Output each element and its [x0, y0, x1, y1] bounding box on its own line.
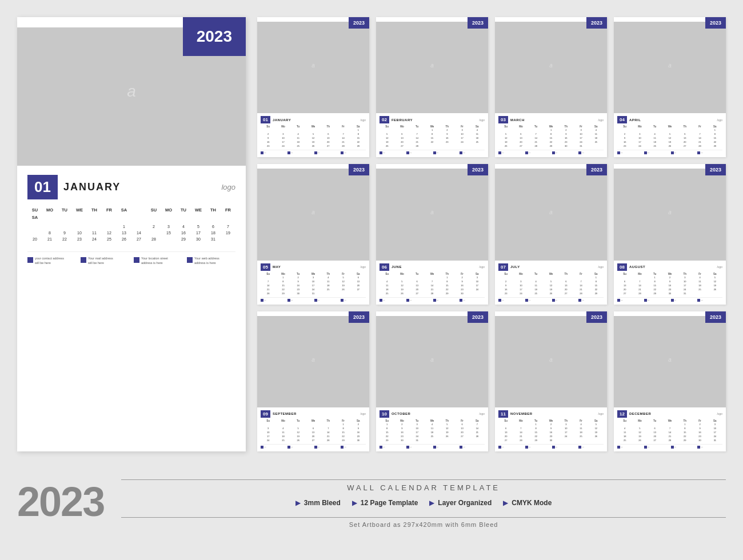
small-day-cell: 12 — [544, 283, 558, 287]
small-card-01: a202301JANUARYlogoSuMoTuWeThFrSa12345678… — [257, 17, 369, 157]
small-day-cell: 6 — [513, 132, 528, 136]
small-day-cell: 10 — [677, 279, 692, 283]
small-day-cell — [470, 438, 485, 442]
small-day-cell: 13 — [617, 283, 632, 287]
small-day-cell: 1 — [275, 275, 290, 279]
small-day-cell: 5 — [291, 426, 306, 430]
small-day-cell: 22 — [648, 287, 662, 291]
cal-hdr: WE — [191, 206, 206, 214]
cal-day: 19 — [221, 230, 235, 236]
small-day-cell: 20 — [558, 287, 573, 291]
small-day-cell: 3 — [306, 275, 321, 279]
small-day-cell: 4 — [321, 275, 335, 279]
main-container: a 2023 01 JANUARY logo SU MO TU WE TH — [0, 0, 743, 560]
small-month-num: 12 — [617, 410, 627, 418]
small-day-cell: 16 — [617, 140, 632, 144]
small-day-cell: 17 — [306, 283, 321, 287]
small-day-cell — [529, 128, 544, 132]
small-day-cell: 9 — [617, 136, 632, 140]
small-day-cell — [498, 422, 513, 426]
small-day-cell: 22 — [544, 140, 558, 144]
small-day-cell: 11 — [321, 279, 335, 283]
small-day-cell: 12 — [662, 136, 677, 140]
small-contact-text: — — [437, 446, 439, 449]
small-day-cell: 30 — [291, 291, 306, 295]
small-month-name: DECEMBER — [629, 412, 717, 415]
small-contact-row: ———— — [617, 297, 722, 302]
small-day-cell: 18 — [692, 283, 707, 287]
small-contact-icon — [261, 446, 263, 449]
small-month-num: 05 — [261, 263, 270, 271]
small-contact-icon — [406, 151, 409, 154]
small-day-cell: 26 — [662, 144, 677, 148]
small-day-cell — [275, 128, 290, 132]
feature-item-3: ▶CMYK Mode — [503, 499, 552, 507]
small-month-row: 07JULYlogo — [498, 263, 604, 271]
small-contact-text: — — [621, 151, 623, 154]
small-day-cell: 11 — [692, 279, 707, 283]
cal-day: 23 — [72, 236, 87, 242]
small-day-cell: 6 — [321, 132, 335, 136]
small-day-cell: 14 — [692, 136, 707, 140]
large-photo-area: a 2023 — [17, 17, 246, 166]
small-day-cell: 18 — [291, 140, 306, 144]
small-day-cell: 15 — [425, 136, 440, 140]
small-day-cell: 16 — [498, 287, 513, 291]
small-day-cell — [380, 275, 394, 279]
small-day-cell: 9 — [351, 426, 366, 430]
small-day-cell: 10 — [275, 136, 290, 140]
contact-text: Your location streetaddress is here — [141, 257, 168, 265]
small-day-cell: 18 — [648, 140, 662, 144]
small-contact-icon — [498, 299, 501, 302]
location-icon — [134, 257, 139, 263]
small-contact-text: — — [383, 151, 385, 154]
cal-day: 3 — [161, 223, 176, 230]
small-day-cell: 28 — [425, 291, 440, 295]
small-contact-icon — [617, 446, 620, 449]
small-contact-icon — [644, 299, 647, 302]
small-day-cell: 16 — [440, 136, 454, 140]
small-contact-text: — — [383, 446, 385, 449]
cal-day — [87, 223, 102, 230]
small-day-cell: 3 — [410, 422, 425, 426]
small-day-cell: 6 — [410, 279, 425, 283]
small-day-cell: 24 — [708, 434, 722, 438]
small-contact-item: — — [644, 151, 669, 154]
cal-hdr: TU — [57, 206, 72, 214]
cal-day: 25 — [102, 236, 117, 242]
cal-day: 14 — [131, 230, 146, 236]
cal-day — [27, 223, 42, 230]
small-day-cell: 29 — [335, 438, 350, 442]
small-day-cell — [440, 438, 454, 442]
small-day-cell — [617, 275, 632, 279]
small-day-cell: 21 — [573, 287, 588, 291]
small-day-cell — [306, 422, 321, 426]
small-day-cell: 29 — [708, 144, 722, 148]
small-day-cell: 13 — [648, 430, 662, 434]
small-day-cell: 26 — [335, 287, 350, 291]
cal-day: 7 — [221, 223, 235, 230]
small-month-num: 06 — [380, 263, 389, 271]
small-day-cell: 28 — [573, 291, 588, 295]
small-contact-text: — — [410, 299, 412, 302]
small-day-cell: 22 — [351, 140, 366, 144]
small-day-cell: 17 — [513, 287, 528, 291]
small-contact-icon — [314, 151, 317, 154]
small-contact-item: — — [314, 446, 339, 449]
small-contact-row: ———— — [380, 150, 485, 154]
small-cal-body: 01JANUARYlogoSuMoTuWeThFrSa1234567891011… — [257, 113, 369, 157]
cal-day — [42, 242, 57, 245]
small-contact-icon — [433, 446, 436, 449]
small-day-cell: 8 — [529, 426, 544, 430]
small-month-num: 11 — [498, 410, 508, 418]
small-day-cell: 19 — [380, 140, 394, 144]
feature-label: 3mm Bleed — [304, 499, 341, 507]
small-contact-icon — [498, 151, 501, 154]
logo-text: logo — [221, 183, 235, 191]
small-day-cell: 19 — [589, 430, 604, 434]
small-day-cell — [617, 128, 632, 132]
small-day-cell: 1 — [529, 422, 544, 426]
small-day-cell: 5 — [589, 422, 604, 426]
small-day-cell: 4 — [275, 426, 290, 430]
cal-days-section: 1 2 3 4 5 6 7 8 9 10 11 12 — [27, 223, 235, 245]
